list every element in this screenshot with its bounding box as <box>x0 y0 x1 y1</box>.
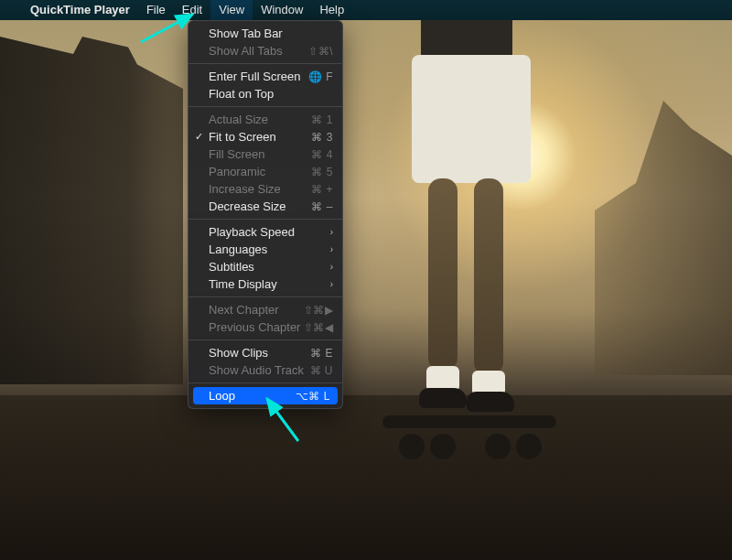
check-icon: ✓ <box>195 131 203 143</box>
menu-item-enter-full-screen[interactable]: Enter Full Screen🌐 F <box>188 68 342 85</box>
menu-item-label: Show Audio Track <box>209 363 310 377</box>
app-menu[interactable]: QuickTime Player <box>22 0 138 20</box>
menu-item-label: Show All Tabs <box>209 44 308 58</box>
menu-item-shortcut: ⌘ – <box>311 200 333 213</box>
menu-item-shortcut: ⇧⌘▶ <box>304 304 334 317</box>
menu-item-label: Enter Full Screen <box>209 70 308 83</box>
menu-item-shortcut: 🌐 F <box>308 70 333 83</box>
menu-item-label: Next Chapter <box>209 303 304 317</box>
menu-item-actual-size: Actual Size⌘ 1 <box>188 111 342 128</box>
menu-item-label: Previous Chapter <box>209 320 304 334</box>
menu-item-label: Time Display <box>209 277 325 291</box>
menu-item-shortcut: ⇧⌘◀ <box>304 321 334 334</box>
menu-item-increase-size: Increase Size⌘ + <box>188 180 342 198</box>
menu-file[interactable]: File <box>138 0 174 20</box>
chevron-right-icon: › <box>330 244 333 254</box>
menu-item-label: Loop <box>209 389 296 403</box>
video-frame <box>0 0 732 560</box>
menubar: QuickTime Player File Edit View Window H… <box>0 0 732 20</box>
chevron-right-icon: › <box>330 279 333 289</box>
menu-item-next-chapter: Next Chapter⇧⌘▶ <box>188 301 342 318</box>
menu-view[interactable]: View <box>210 0 253 20</box>
menu-separator <box>188 382 342 383</box>
scene-buildings-left <box>0 37 183 384</box>
scene-buildings-right <box>595 101 732 375</box>
menu-item-shortcut: ⌘ 5 <box>311 166 333 178</box>
menu-item-label: Decrease Size <box>209 199 311 213</box>
menu-item-label: Show Clips <box>209 346 310 360</box>
menu-separator <box>188 106 342 107</box>
menu-item-label: Actual Size <box>209 113 311 126</box>
menu-item-show-all-tabs: Show All Tabs⇧⌘\ <box>188 42 342 59</box>
menu-item-fill-screen: Fill Screen⌘ 4 <box>188 145 342 163</box>
menu-item-previous-chapter: Previous Chapter⇧⌘◀ <box>188 318 342 336</box>
menu-item-shortcut: ⌥⌘ L <box>296 390 330 403</box>
menu-help[interactable]: Help <box>311 0 352 20</box>
chevron-right-icon: › <box>330 227 333 237</box>
menu-item-shortcut: ⇧⌘\ <box>308 45 333 58</box>
menu-item-label: Subtitles <box>209 260 325 274</box>
menu-separator <box>188 63 342 64</box>
scene-skateboard <box>382 415 556 468</box>
menu-item-shortcut: ⌘ 4 <box>311 148 333 161</box>
scene-road <box>0 395 732 560</box>
menu-item-show-clips[interactable]: Show Clips⌘ E <box>188 344 342 361</box>
menu-separator <box>188 296 342 297</box>
menu-item-show-tab-bar[interactable]: Show Tab Bar <box>188 25 342 42</box>
chevron-right-icon: › <box>330 262 333 272</box>
menu-item-shortcut: ⌘ 3 <box>311 131 333 144</box>
menu-item-shortcut: ⌘ U <box>310 364 334 377</box>
menu-item-time-display[interactable]: Time Display› <box>188 275 342 293</box>
menu-item-shortcut: ⌘ + <box>311 183 333 196</box>
menu-item-label: Show Tab Bar <box>209 27 333 40</box>
menu-item-label: Fill Screen <box>209 147 311 161</box>
menu-item-label: Increase Size <box>209 182 311 196</box>
menu-edit[interactable]: Edit <box>174 0 210 20</box>
menu-item-decrease-size[interactable]: Decrease Size⌘ – <box>188 198 342 215</box>
menu-item-label: Playback Speed <box>209 225 325 239</box>
menu-item-subtitles[interactable]: Subtitles› <box>188 258 342 275</box>
menu-item-fit-to-screen[interactable]: ✓Fit to Screen⌘ 3 <box>188 128 342 145</box>
menu-item-shortcut: ⌘ E <box>310 347 333 360</box>
menu-item-loop[interactable]: Loop⌥⌘ L <box>193 387 338 404</box>
view-menu-dropdown: Show Tab BarShow All Tabs⇧⌘\Enter Full S… <box>188 20 343 409</box>
menu-item-label: Float on Top <box>209 87 333 101</box>
menu-item-label: Fit to Screen <box>209 130 311 144</box>
menu-item-languages[interactable]: Languages› <box>188 241 342 258</box>
menu-item-show-audio-track: Show Audio Track⌘ U <box>188 361 342 379</box>
menu-item-playback-speed[interactable]: Playback Speed› <box>188 223 342 241</box>
scene-person <box>393 0 540 430</box>
menu-item-panoramic: Panoramic⌘ 5 <box>188 163 342 180</box>
menu-separator <box>188 339 342 340</box>
menu-window[interactable]: Window <box>253 0 311 20</box>
menu-item-float-on-top[interactable]: Float on Top <box>188 85 342 102</box>
menu-item-label: Languages <box>209 242 325 256</box>
menu-separator <box>188 219 342 220</box>
menu-item-shortcut: ⌘ 1 <box>311 113 333 126</box>
menu-item-label: Panoramic <box>209 165 311 178</box>
